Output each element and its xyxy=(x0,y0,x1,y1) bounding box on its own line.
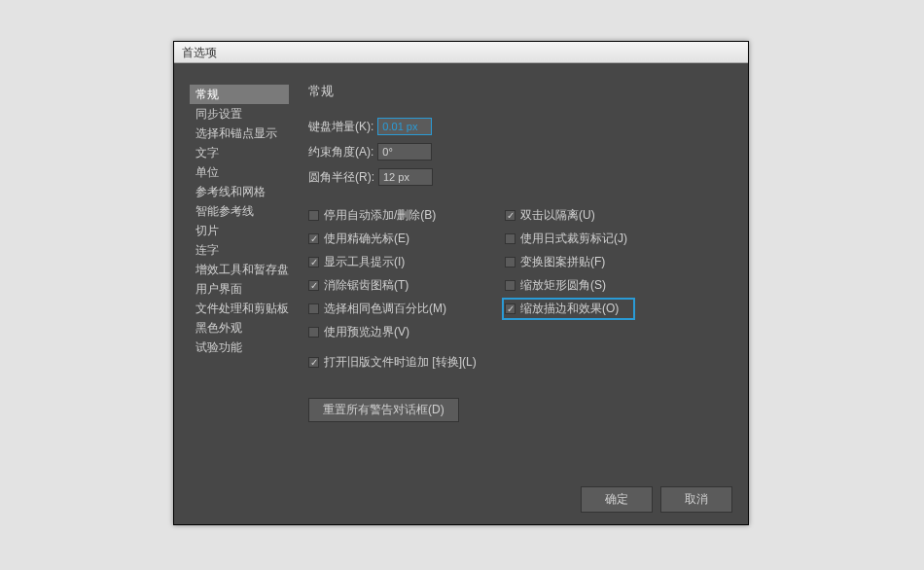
checkbox-label: 停用自动添加/删除(B) xyxy=(324,207,436,224)
checkbox-icon[interactable] xyxy=(505,233,515,244)
checkbox-row[interactable]: 缩放矩形圆角(S) xyxy=(505,277,627,294)
sidebar-item-8[interactable]: 连字 xyxy=(190,240,289,260)
checkbox-label: 使用预览边界(V) xyxy=(324,324,409,340)
sidebar-item-4[interactable]: 单位 xyxy=(190,162,289,182)
checkbox-col-right: 双击以隔离(U)使用日式裁剪标记(J)变换图案拼贴(F)缩放矩形圆角(S)缩放描… xyxy=(505,207,627,340)
checkbox-row[interactable]: 停用自动添加/删除(B) xyxy=(308,207,446,224)
checkbox-row[interactable]: 使用预览边界(V) xyxy=(308,324,446,340)
field-constraint-angle: 约束角度(A): xyxy=(308,143,732,160)
sidebar-item-2[interactable]: 选择和锚点显示 xyxy=(190,124,289,143)
checkbox-label: 显示工具提示(I) xyxy=(324,254,405,270)
checkbox-label: 消除锯齿图稿(T) xyxy=(324,277,409,294)
constraint-angle-input[interactable] xyxy=(377,143,432,160)
sidebar-item-12[interactable]: 黑色外观 xyxy=(190,318,289,338)
field-label: 圆角半径(R): xyxy=(308,169,374,186)
content-panel: 常规 键盘增量(K): 约束角度(A): 圆角半径(R): 停用自动添加/删除(… xyxy=(293,63,748,524)
checkbox-icon[interactable] xyxy=(505,280,515,291)
checkbox-grid: 停用自动添加/删除(B)使用精确光标(E)显示工具提示(I)消除锯齿图稿(T)选… xyxy=(308,207,732,340)
reset-warnings-button[interactable]: 重置所有警告对话框(D) xyxy=(308,398,459,422)
checkbox-row[interactable]: 变换图案拼贴(F) xyxy=(505,254,627,270)
checkbox-row[interactable]: 使用精确光标(E) xyxy=(308,231,446,247)
checkbox-icon[interactable] xyxy=(308,357,319,368)
checkbox-icon[interactable] xyxy=(308,280,319,291)
sidebar-item-6[interactable]: 智能参考线 xyxy=(190,201,289,221)
checkbox-col-left: 停用自动添加/删除(B)使用精确光标(E)显示工具提示(I)消除锯齿图稿(T)选… xyxy=(308,207,446,340)
checkbox-row[interactable]: 选择相同色调百分比(M) xyxy=(308,301,446,317)
checkbox-label: 缩放矩形圆角(S) xyxy=(520,277,606,294)
checkbox-icon[interactable] xyxy=(308,327,319,338)
checkbox-label: 变换图案拼贴(F) xyxy=(520,254,605,270)
checkbox-row[interactable]: 缩放描边和效果(O) xyxy=(502,298,635,320)
field-label: 键盘增量(K): xyxy=(308,119,373,135)
title-bar: 首选项 xyxy=(174,42,748,63)
sidebar-item-10[interactable]: 用户界面 xyxy=(190,279,289,299)
checkbox-label: 缩放描边和效果(O) xyxy=(520,301,619,317)
checkbox-icon[interactable] xyxy=(505,303,515,314)
section-title: 常规 xyxy=(308,83,732,100)
sidebar-item-11[interactable]: 文件处理和剪贴板 xyxy=(190,299,289,318)
checkbox-row[interactable]: 使用日式裁剪标记(J) xyxy=(505,231,627,247)
sidebar-item-13[interactable]: 试验功能 xyxy=(190,338,289,357)
checkbox-label: 打开旧版文件时追加 [转换](L) xyxy=(324,354,477,371)
checkbox-label: 双击以隔离(U) xyxy=(520,207,595,224)
field-label: 约束角度(A): xyxy=(308,144,373,160)
sidebar: 常规同步设置选择和锚点显示文字单位参考线和网格智能参考线切片连字增效工具和暂存盘… xyxy=(186,77,293,524)
checkbox-row[interactable]: 显示工具提示(I) xyxy=(308,254,446,270)
checkbox-row[interactable]: 双击以隔离(U) xyxy=(505,207,627,224)
window-title: 首选项 xyxy=(182,46,217,59)
ok-button[interactable]: 确定 xyxy=(581,486,653,513)
sidebar-item-1[interactable]: 同步设置 xyxy=(190,104,289,124)
sidebar-item-3[interactable]: 文字 xyxy=(190,143,289,162)
preferences-window: 首选项 常规同步设置选择和锚点显示文字单位参考线和网格智能参考线切片连字增效工具… xyxy=(173,41,749,525)
checkbox-icon[interactable] xyxy=(308,233,319,244)
keyboard-increment-input[interactable] xyxy=(377,118,432,135)
checkbox-transform-legacy[interactable]: 打开旧版文件时追加 [转换](L) xyxy=(308,354,732,371)
sidebar-item-0[interactable]: 常规 xyxy=(190,85,289,104)
checkbox-icon[interactable] xyxy=(308,210,319,221)
checkbox-label: 使用精确光标(E) xyxy=(324,231,409,247)
checkbox-icon[interactable] xyxy=(308,303,319,314)
sidebar-item-9[interactable]: 增效工具和暂存盘 xyxy=(190,260,289,279)
checkbox-icon[interactable] xyxy=(505,210,515,221)
checkbox-label: 选择相同色调百分比(M) xyxy=(324,301,446,317)
field-keyboard-increment: 键盘增量(K): xyxy=(308,118,732,135)
checkbox-row[interactable]: 消除锯齿图稿(T) xyxy=(308,277,446,294)
sidebar-item-5[interactable]: 参考线和网格 xyxy=(190,182,289,201)
field-corner-radius: 圆角半径(R): xyxy=(308,168,732,186)
corner-radius-input[interactable] xyxy=(378,168,433,186)
footer-buttons: 确定 取消 xyxy=(581,486,732,513)
checkbox-icon[interactable] xyxy=(308,257,319,267)
cancel-button[interactable]: 取消 xyxy=(660,486,732,513)
sidebar-item-7[interactable]: 切片 xyxy=(190,221,289,240)
checkbox-label: 使用日式裁剪标记(J) xyxy=(520,231,627,247)
checkbox-icon[interactable] xyxy=(505,257,515,267)
dialog-body: 常规同步设置选择和锚点显示文字单位参考线和网格智能参考线切片连字增效工具和暂存盘… xyxy=(174,63,748,524)
